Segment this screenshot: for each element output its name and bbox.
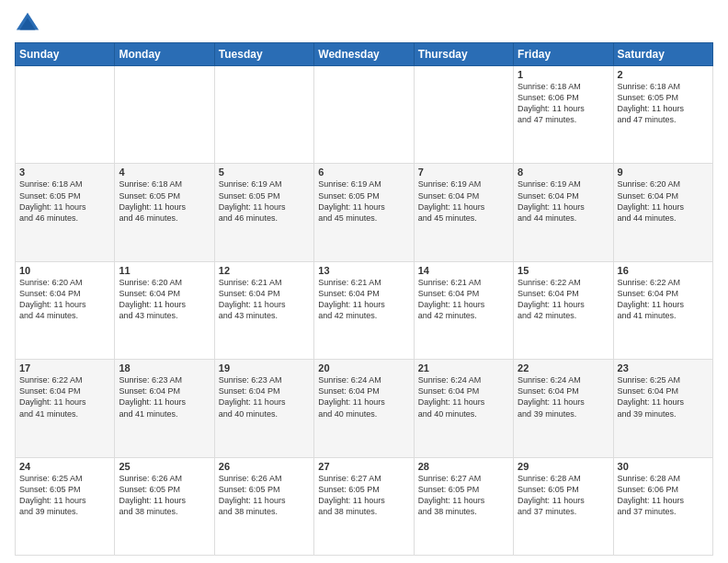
day-cell: 23Sunrise: 6:25 AM Sunset: 6:04 PM Dayli…: [613, 360, 712, 457]
day-number: 16: [618, 265, 709, 276]
day-number: 14: [418, 265, 509, 276]
day-cell: [414, 66, 513, 164]
day-cell: 30Sunrise: 6:28 AM Sunset: 6:06 PM Dayli…: [613, 457, 712, 555]
day-info: Sunrise: 6:22 AM Sunset: 6:04 PM Dayligh…: [618, 277, 709, 322]
day-number: 13: [318, 265, 409, 276]
day-info: Sunrise: 6:18 AM Sunset: 6:05 PM Dayligh…: [19, 178, 110, 224]
day-number: 12: [219, 265, 310, 276]
day-cell: 9Sunrise: 6:20 AM Sunset: 6:04 PM Daylig…: [613, 164, 712, 261]
day-info: Sunrise: 6:25 AM Sunset: 6:04 PM Dayligh…: [618, 374, 709, 419]
header: [15, 11, 713, 37]
weekday-header-saturday: Saturday: [613, 43, 712, 66]
day-cell: 29Sunrise: 6:28 AM Sunset: 6:05 PM Dayli…: [514, 457, 613, 555]
day-info: Sunrise: 6:20 AM Sunset: 6:04 PM Dayligh…: [618, 178, 709, 224]
day-info: Sunrise: 6:19 AM Sunset: 6:04 PM Dayligh…: [518, 178, 609, 224]
day-cell: [314, 66, 414, 164]
day-number: 9: [618, 167, 709, 178]
logo-icon: [15, 11, 40, 37]
day-number: 6: [318, 167, 409, 178]
day-cell: 10Sunrise: 6:20 AM Sunset: 6:04 PM Dayli…: [16, 261, 115, 359]
day-cell: 19Sunrise: 6:23 AM Sunset: 6:04 PM Dayli…: [214, 360, 313, 457]
week-row-5: 24Sunrise: 6:25 AM Sunset: 6:05 PM Dayli…: [16, 457, 713, 555]
day-cell: 11Sunrise: 6:20 AM Sunset: 6:04 PM Dayli…: [115, 261, 214, 359]
day-info: Sunrise: 6:19 AM Sunset: 6:04 PM Dayligh…: [418, 178, 509, 224]
day-cell: 1Sunrise: 6:18 AM Sunset: 6:06 PM Daylig…: [514, 66, 613, 164]
day-cell: [214, 66, 313, 164]
day-number: 21: [418, 362, 509, 373]
weekday-header-sunday: Sunday: [16, 43, 115, 66]
day-number: 30: [618, 461, 709, 472]
day-number: 26: [219, 461, 310, 472]
calendar-table: SundayMondayTuesdayWednesdayThursdayFrid…: [15, 42, 713, 556]
day-cell: 14Sunrise: 6:21 AM Sunset: 6:04 PM Dayli…: [414, 261, 513, 359]
week-row-2: 3Sunrise: 6:18 AM Sunset: 6:05 PM Daylig…: [16, 164, 713, 261]
day-number: 19: [219, 362, 310, 373]
day-cell: 15Sunrise: 6:22 AM Sunset: 6:04 PM Dayli…: [514, 261, 613, 359]
day-cell: 18Sunrise: 6:23 AM Sunset: 6:04 PM Dayli…: [115, 360, 214, 457]
day-number: 20: [318, 362, 409, 373]
weekday-header-friday: Friday: [514, 43, 613, 66]
logo: [15, 11, 44, 37]
day-cell: 26Sunrise: 6:26 AM Sunset: 6:05 PM Dayli…: [214, 457, 313, 555]
day-number: 23: [618, 362, 709, 373]
week-row-3: 10Sunrise: 6:20 AM Sunset: 6:04 PM Dayli…: [16, 261, 713, 359]
day-info: Sunrise: 6:20 AM Sunset: 6:04 PM Dayligh…: [19, 277, 110, 322]
day-cell: 4Sunrise: 6:18 AM Sunset: 6:05 PM Daylig…: [115, 164, 214, 261]
day-info: Sunrise: 6:19 AM Sunset: 6:05 PM Dayligh…: [219, 178, 310, 224]
day-number: 29: [518, 461, 609, 472]
day-info: Sunrise: 6:20 AM Sunset: 6:04 PM Dayligh…: [119, 277, 210, 322]
day-info: Sunrise: 6:18 AM Sunset: 6:06 PM Dayligh…: [518, 81, 609, 126]
day-info: Sunrise: 6:18 AM Sunset: 6:05 PM Dayligh…: [119, 178, 210, 224]
day-cell: 13Sunrise: 6:21 AM Sunset: 6:04 PM Dayli…: [314, 261, 414, 359]
day-info: Sunrise: 6:27 AM Sunset: 6:05 PM Dayligh…: [418, 473, 509, 518]
day-info: Sunrise: 6:27 AM Sunset: 6:05 PM Dayligh…: [318, 473, 409, 518]
day-cell: 2Sunrise: 6:18 AM Sunset: 6:05 PM Daylig…: [613, 66, 712, 164]
day-cell: 16Sunrise: 6:22 AM Sunset: 6:04 PM Dayli…: [613, 261, 712, 359]
day-number: 28: [418, 461, 509, 472]
page: SundayMondayTuesdayWednesdayThursdayFrid…: [0, 0, 728, 563]
day-number: 11: [119, 265, 210, 276]
day-cell: 21Sunrise: 6:24 AM Sunset: 6:04 PM Dayli…: [414, 360, 513, 457]
day-cell: 7Sunrise: 6:19 AM Sunset: 6:04 PM Daylig…: [414, 164, 513, 261]
day-cell: 22Sunrise: 6:24 AM Sunset: 6:04 PM Dayli…: [514, 360, 613, 457]
day-number: 17: [19, 362, 110, 373]
day-number: 18: [119, 362, 210, 373]
day-info: Sunrise: 6:25 AM Sunset: 6:05 PM Dayligh…: [19, 473, 110, 518]
day-info: Sunrise: 6:26 AM Sunset: 6:05 PM Dayligh…: [119, 473, 210, 518]
day-number: 2: [618, 69, 709, 80]
day-cell: 6Sunrise: 6:19 AM Sunset: 6:05 PM Daylig…: [314, 164, 414, 261]
day-number: 3: [19, 167, 110, 178]
day-number: 7: [418, 167, 509, 178]
day-cell: 20Sunrise: 6:24 AM Sunset: 6:04 PM Dayli…: [314, 360, 414, 457]
day-number: 25: [119, 461, 210, 472]
day-info: Sunrise: 6:18 AM Sunset: 6:05 PM Dayligh…: [618, 81, 709, 126]
day-info: Sunrise: 6:28 AM Sunset: 6:05 PM Dayligh…: [518, 473, 609, 518]
day-cell: 8Sunrise: 6:19 AM Sunset: 6:04 PM Daylig…: [514, 164, 613, 261]
day-cell: 17Sunrise: 6:22 AM Sunset: 6:04 PM Dayli…: [16, 360, 115, 457]
day-cell: 25Sunrise: 6:26 AM Sunset: 6:05 PM Dayli…: [115, 457, 214, 555]
day-info: Sunrise: 6:21 AM Sunset: 6:04 PM Dayligh…: [219, 277, 310, 322]
day-info: Sunrise: 6:22 AM Sunset: 6:04 PM Dayligh…: [518, 277, 609, 322]
day-info: Sunrise: 6:24 AM Sunset: 6:04 PM Dayligh…: [418, 374, 509, 419]
day-cell: 3Sunrise: 6:18 AM Sunset: 6:05 PM Daylig…: [16, 164, 115, 261]
day-info: Sunrise: 6:21 AM Sunset: 6:04 PM Dayligh…: [418, 277, 509, 322]
day-cell: 12Sunrise: 6:21 AM Sunset: 6:04 PM Dayli…: [214, 261, 313, 359]
day-info: Sunrise: 6:19 AM Sunset: 6:05 PM Dayligh…: [318, 178, 409, 224]
day-info: Sunrise: 6:26 AM Sunset: 6:05 PM Dayligh…: [219, 473, 310, 518]
day-number: 4: [119, 167, 210, 178]
day-number: 27: [318, 461, 409, 472]
day-number: 22: [518, 362, 609, 373]
day-number: 1: [518, 69, 609, 80]
day-number: 10: [19, 265, 110, 276]
week-row-1: 1Sunrise: 6:18 AM Sunset: 6:06 PM Daylig…: [16, 66, 713, 164]
weekday-header-monday: Monday: [115, 43, 214, 66]
day-info: Sunrise: 6:23 AM Sunset: 6:04 PM Dayligh…: [219, 374, 310, 419]
day-cell: 28Sunrise: 6:27 AM Sunset: 6:05 PM Dayli…: [414, 457, 513, 555]
day-info: Sunrise: 6:22 AM Sunset: 6:04 PM Dayligh…: [19, 374, 110, 419]
day-info: Sunrise: 6:23 AM Sunset: 6:04 PM Dayligh…: [119, 374, 210, 419]
day-info: Sunrise: 6:21 AM Sunset: 6:04 PM Dayligh…: [318, 277, 409, 322]
day-info: Sunrise: 6:24 AM Sunset: 6:04 PM Dayligh…: [318, 374, 409, 419]
day-info: Sunrise: 6:24 AM Sunset: 6:04 PM Dayligh…: [518, 374, 609, 419]
weekday-header-tuesday: Tuesday: [214, 43, 313, 66]
day-cell: 5Sunrise: 6:19 AM Sunset: 6:05 PM Daylig…: [214, 164, 313, 261]
